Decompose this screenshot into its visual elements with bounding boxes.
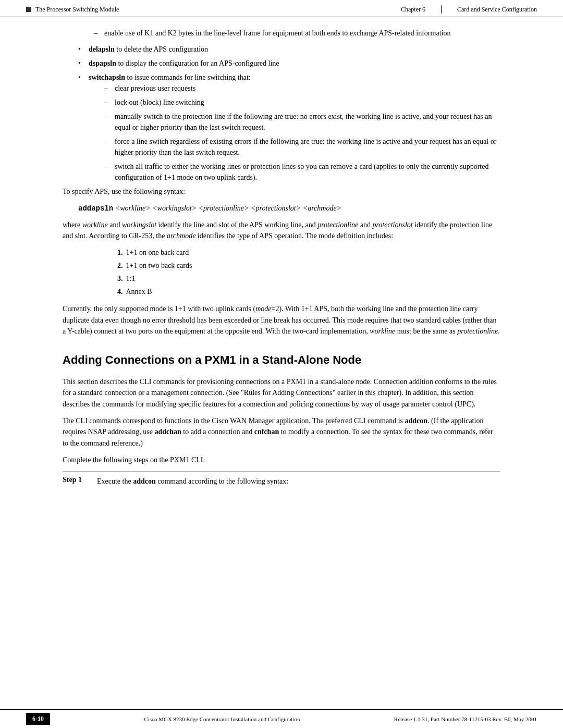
numbered-item-1-text: 1+1 on one back card	[126, 249, 189, 256]
header-right: Chapter 6 Card and Service Configuration	[401, 5, 537, 14]
page-number: 6-10	[26, 713, 50, 725]
page-header: The Processor Switching Module Chapter 6…	[0, 0, 563, 17]
addcon-label: addcon	[405, 417, 428, 425]
sub-dash-manual: manually switch to the protection line i…	[104, 111, 500, 133]
workline-italic: workline	[82, 221, 108, 229]
syntax-block: addapsln <workline> <workingslot> <prote…	[63, 203, 500, 214]
cnfchan-label: cnfchan	[254, 428, 279, 436]
sub-dash-switch-text: switch all traffic to either the working…	[115, 163, 488, 181]
section-heading: Adding Connections on a PXM1 in a Stand-…	[63, 353, 500, 368]
header-divider	[441, 5, 442, 14]
top-dash-text: enable use of K1 and K2 bytes in the lin…	[104, 29, 450, 37]
addchan-label: addchan	[154, 428, 181, 436]
workline2-italic: workline	[370, 327, 395, 335]
step1-content: Execute the addcon command according to …	[97, 476, 288, 487]
bullet-item-switchapsln: switchapsln to issue commands for line s…	[78, 72, 500, 183]
header-left-text: The Processor Switching Module	[35, 6, 119, 14]
delapsln-text: to delete the APS configuration	[115, 45, 208, 53]
sub-dash-lockout-text: lock out (block) line switching	[115, 98, 204, 106]
switchapsln-label: switchapsln	[89, 73, 125, 81]
header-chapter: Chapter 6	[401, 6, 425, 14]
archmode-italic: archmode	[167, 232, 195, 240]
numbered-item-4-text: Annex B	[126, 288, 152, 295]
switchapsln-sub-list: clear previous user requests lock out (b…	[89, 83, 500, 183]
footer-right: Release 1.1.31, Part Number 78-11215-03 …	[394, 716, 537, 722]
syntax-params: <workline> <workingslot> <protectionline…	[115, 204, 341, 212]
header-left: The Processor Switching Module	[26, 6, 119, 14]
footer-center: Cisco MGX 8230 Edge Concentrator Install…	[144, 716, 300, 722]
bullet-list: delapsln to delete the APS configuration…	[63, 44, 500, 183]
mode-italic: mode	[255, 305, 271, 313]
top-dash-list: enable use of K1 and K2 bytes in the lin…	[63, 28, 500, 39]
numbered-item-2-text: 1+1 on two back cards	[126, 262, 192, 269]
sub-dash-switch: switch all traffic to either the working…	[104, 161, 500, 183]
numbered-list: 1.1+1 on one back card 2.1+1 on two back…	[63, 247, 500, 297]
step1-container: Step 1 Execute the addcon command accord…	[63, 471, 500, 487]
numbered-item-1: 1.1+1 on one back card	[104, 247, 500, 258]
addcon2-label: addcon	[133, 477, 156, 485]
numbered-item-2: 2.1+1 on two back cards	[104, 260, 500, 271]
protectionline-italic: protectionline	[317, 221, 358, 229]
main-content: enable use of K1 and K2 bytes in the lin…	[0, 17, 563, 528]
step1-label: Step 1	[63, 476, 89, 484]
page-footer: 6-10 Cisco MGX 8230 Edge Concentrator In…	[0, 709, 563, 728]
dspapsln-text: to display the configuration for an APS-…	[116, 59, 279, 67]
sub-dash-clear-text: clear previous user requests	[115, 84, 195, 92]
syntax-command: addapsln	[78, 204, 113, 213]
protectionline2-italic: protectionline	[457, 327, 498, 335]
workingslot-italic: workingslot	[122, 221, 156, 229]
header-title: Card and Service Configuration	[457, 6, 537, 14]
switchapsln-text: to issue commands for line switching tha…	[125, 73, 251, 81]
sub-dash-lockout: lock out (block) line switching	[104, 97, 500, 108]
specify-aps-text: To specify APS, use the following syntax…	[63, 186, 500, 198]
sub-dash-force-text: force a line switch regardless of existi…	[115, 138, 496, 156]
bullet-item-dspapsln: dspapsln to display the configuration fo…	[78, 58, 500, 69]
header-square-icon	[26, 7, 31, 12]
numbered-item-3: 3.1:1	[104, 273, 500, 284]
sub-dash-force: force a line switch regardless of existi…	[104, 136, 500, 158]
numbered-item-3-text: 1:1	[126, 275, 136, 282]
where-paragraph: where workline and workingslot identify …	[63, 219, 500, 242]
sub-dash-manual-text: manually switch to the protection line i…	[115, 113, 492, 131]
specify-aps-span: To specify APS, use the following syntax…	[63, 188, 185, 195]
bullet-item-delapsln: delapsln to delete the APS configuration	[78, 44, 500, 55]
para1: This section describes the CLI commands …	[63, 376, 500, 410]
top-dash-item: enable use of K1 and K2 bytes in the lin…	[94, 28, 500, 39]
dspapsln-label: dspapsln	[89, 59, 116, 67]
sub-dash-clear: clear previous user requests	[104, 83, 500, 94]
complete-text: Complete the following steps on the PXM1…	[63, 454, 500, 466]
protectionslot-italic: protectionslot	[372, 221, 412, 229]
delapsln-label: delapsln	[89, 45, 115, 53]
numbered-item-4: 4.Annex B	[104, 286, 500, 297]
para2: The CLI commands correspond to functions…	[63, 415, 500, 449]
currently-paragraph: Currently, the only supported mode is 1+…	[63, 303, 500, 337]
